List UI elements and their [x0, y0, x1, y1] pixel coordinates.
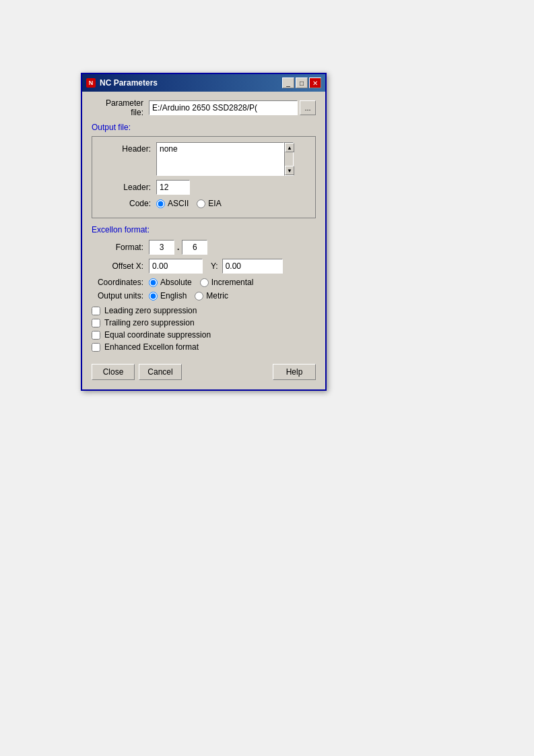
ascii-option[interactable]: ASCII [156, 199, 189, 208]
parameter-file-label: Parameter file: [92, 98, 149, 117]
enhanced-excellon-row: Enhanced Excellon format [92, 342, 316, 352]
format-input-2[interactable] [182, 240, 207, 255]
incremental-radio[interactable] [200, 278, 209, 287]
code-row: Code: ASCII EIA [99, 199, 308, 208]
eia-label: EIA [208, 199, 221, 208]
absolute-option[interactable]: Absolute [149, 278, 192, 287]
coordinates-label: Coordinates: [92, 278, 149, 287]
excellon-title: Excellon format: [92, 225, 316, 234]
leading-zero-row: Leading zero suppression [92, 306, 316, 315]
dialog-body: Parameter file: ... Output file: Header:… [82, 92, 325, 389]
absolute-radio[interactable] [149, 278, 158, 287]
enhanced-excellon-checkbox[interactable] [92, 343, 100, 352]
checkboxes-section: Leading zero suppression Trailing zero s… [92, 306, 316, 352]
help-button[interactable]: Help [273, 364, 316, 380]
english-label: English [160, 291, 187, 301]
absolute-label: Absolute [160, 278, 192, 287]
parameter-file-input[interactable] [149, 100, 298, 115]
code-radio-group: ASCII EIA [156, 199, 222, 208]
excellon-section: Excellon format: Format: . Offset X: Y: … [92, 225, 316, 301]
equal-coordinate-checkbox[interactable] [92, 331, 100, 340]
scroll-up-button[interactable]: ▲ [285, 143, 294, 152]
offset-x-input[interactable] [149, 259, 203, 274]
ascii-label: ASCII [168, 199, 189, 208]
browse-button[interactable]: ... [300, 100, 316, 115]
leader-row: Leader: [99, 180, 308, 195]
coordinates-radio-group: Absolute Incremental [149, 278, 253, 287]
scroll-down-button[interactable]: ▼ [285, 166, 294, 175]
leader-input[interactable] [156, 180, 190, 195]
output-units-radio-group: English Metric [149, 291, 228, 301]
leading-zero-label: Leading zero suppression [104, 306, 197, 315]
scroll-track [285, 152, 293, 166]
title-bar-left: N NC Parameters [86, 78, 158, 88]
english-option[interactable]: English [149, 291, 187, 301]
code-label: Code: [99, 199, 156, 208]
y-label: Y: [211, 261, 218, 271]
dialog-icon: N [86, 78, 96, 88]
output-file-label: Output file: [92, 123, 316, 132]
close-button[interactable]: Close [92, 364, 135, 380]
output-file-section: Output file: Header: none ▲ ▼ [92, 123, 316, 218]
minimize-button[interactable]: _ [282, 77, 294, 88]
header-label: Header: [99, 142, 156, 154]
ascii-radio[interactable] [156, 199, 165, 208]
eia-option[interactable]: EIA [197, 199, 221, 208]
header-row: Header: none ▲ ▼ [99, 142, 308, 176]
equal-coordinate-row: Equal coordinate suppression [92, 330, 316, 340]
format-row: Format: . [92, 240, 316, 255]
close-title-button[interactable]: ✕ [309, 77, 321, 88]
cancel-button[interactable]: Cancel [139, 364, 182, 380]
metric-label: Metric [206, 291, 228, 301]
format-dot: . [177, 243, 179, 252]
offset-y-input[interactable] [222, 259, 283, 274]
incremental-label: Incremental [211, 278, 254, 287]
title-bar: N NC Parameters _ □ ✕ [82, 74, 325, 92]
offset-x-label: Offset X: [92, 261, 149, 271]
nc-parameters-dialog: N NC Parameters _ □ ✕ Parameter file: ..… [81, 73, 327, 391]
leader-label: Leader: [99, 183, 156, 192]
title-buttons: _ □ ✕ [282, 77, 321, 88]
eia-radio[interactable] [197, 199, 205, 208]
header-textarea-wrapper: none ▲ ▼ [156, 142, 294, 176]
enhanced-excellon-label: Enhanced Excellon format [104, 342, 199, 352]
format-input-1[interactable] [149, 240, 174, 255]
parameter-file-row: Parameter file: ... [92, 98, 316, 117]
english-radio[interactable] [149, 292, 158, 301]
format-label: Format: [92, 243, 149, 252]
trailing-zero-row: Trailing zero suppression [92, 318, 316, 327]
metric-radio[interactable] [195, 292, 203, 301]
incremental-option[interactable]: Incremental [200, 278, 254, 287]
maximize-button[interactable]: □ [296, 77, 308, 88]
dialog-title: NC Parameters [100, 78, 158, 88]
equal-coordinate-label: Equal coordinate suppression [104, 330, 211, 340]
leading-zero-checkbox[interactable] [92, 307, 100, 315]
trailing-zero-checkbox[interactable] [92, 319, 100, 327]
trailing-zero-label: Trailing zero suppression [104, 318, 195, 327]
header-scrollbar: ▲ ▼ [284, 142, 294, 176]
output-units-row: Output units: English Metric [92, 291, 316, 301]
button-bar: Close Cancel Help [92, 360, 316, 383]
button-bar-left: Close Cancel [92, 364, 182, 380]
offset-row: Offset X: Y: [92, 259, 316, 274]
metric-option[interactable]: Metric [195, 291, 228, 301]
output-file-box: Header: none ▲ ▼ Leader: [92, 136, 316, 218]
header-textarea[interactable]: none [156, 142, 284, 176]
output-units-label: Output units: [92, 291, 149, 301]
coordinates-row: Coordinates: Absolute Incremental [92, 278, 316, 287]
